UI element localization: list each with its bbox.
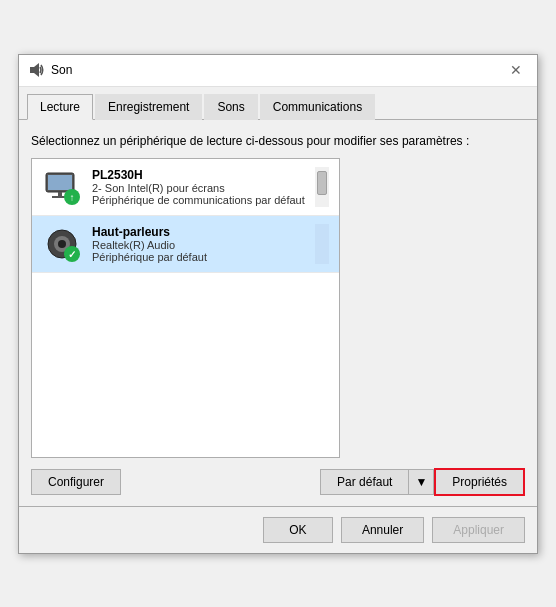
- appliquer-button[interactable]: Appliquer: [432, 517, 525, 543]
- device-name-1: PL2530H: [92, 168, 305, 182]
- device-line2-2: Périphérique par défaut: [92, 251, 305, 263]
- par-defaut-dropdown[interactable]: ▼: [409, 469, 434, 495]
- device-item-haut-parleurs[interactable]: ✓ Haut-parleurs Realtek(R) Audio Périphé…: [32, 216, 339, 273]
- title-bar: Son ✕: [19, 55, 537, 87]
- svg-rect-3: [48, 175, 72, 190]
- bottom-buttons: Configurer Par défaut ▼ Propriétés: [31, 468, 525, 496]
- svg-rect-4: [58, 192, 62, 196]
- window-title: Son: [51, 63, 72, 77]
- device-line1-2: Realtek(R) Audio: [92, 239, 305, 251]
- speaker-icon: ✓: [42, 224, 82, 264]
- proprietes-button[interactable]: Propriétés: [434, 468, 525, 496]
- ok-button[interactable]: OK: [263, 517, 333, 543]
- svg-point-10: [58, 240, 66, 248]
- device-info-2: Haut-parleurs Realtek(R) Audio Périphéri…: [92, 225, 305, 263]
- default-group: Par défaut ▼ Propriétés: [320, 468, 525, 496]
- svg-marker-1: [34, 63, 39, 77]
- tab-bar: Lecture Enregistrement Sons Communicatio…: [19, 87, 537, 120]
- tab-enregistrement[interactable]: Enregistrement: [95, 94, 202, 120]
- device-icon-container-1: ↑: [42, 167, 82, 207]
- close-button[interactable]: ✕: [505, 59, 527, 81]
- configure-button[interactable]: Configurer: [31, 469, 121, 495]
- device-icon-container-2: ✓: [42, 224, 82, 264]
- svg-text:↑: ↑: [70, 192, 75, 203]
- par-defaut-button[interactable]: Par défaut: [320, 469, 409, 495]
- scrollbar-selected: [315, 224, 329, 264]
- device-info-1: PL2530H 2- Son Intel(R) pour écrans Péri…: [92, 168, 305, 206]
- device-item-pl2530h[interactable]: ↑ PL2530H 2- Son Intel(R) pour écrans Pé…: [32, 159, 339, 216]
- tab-sons[interactable]: Sons: [204, 94, 257, 120]
- tab-content: Sélectionnez un périphérique de lecture …: [19, 120, 537, 506]
- device-line2-1: Périphérique de communications par défau…: [92, 194, 305, 206]
- scrollbar[interactable]: [315, 167, 329, 207]
- monitor-icon: ↑: [42, 167, 82, 207]
- device-list: ↑ PL2530H 2- Son Intel(R) pour écrans Pé…: [31, 158, 340, 458]
- dialog-window: Son ✕ Lecture Enregistrement Sons Commun…: [18, 54, 538, 554]
- tab-communications[interactable]: Communications: [260, 94, 375, 120]
- svg-rect-0: [30, 67, 34, 73]
- device-line1-1: 2- Son Intel(R) pour écrans: [92, 182, 305, 194]
- annuler-button[interactable]: Annuler: [341, 517, 424, 543]
- title-bar-left: Son: [29, 62, 72, 78]
- device-list-container: ↑ PL2530H 2- Son Intel(R) pour écrans Pé…: [31, 158, 525, 458]
- scrollbar-thumb: [317, 171, 327, 195]
- description-text: Sélectionnez un périphérique de lecture …: [31, 134, 525, 148]
- svg-text:✓: ✓: [68, 249, 76, 260]
- footer-buttons: OK Annuler Appliquer: [19, 506, 537, 553]
- tab-lecture[interactable]: Lecture: [27, 94, 93, 120]
- window-icon: [29, 62, 45, 78]
- device-name-2: Haut-parleurs: [92, 225, 305, 239]
